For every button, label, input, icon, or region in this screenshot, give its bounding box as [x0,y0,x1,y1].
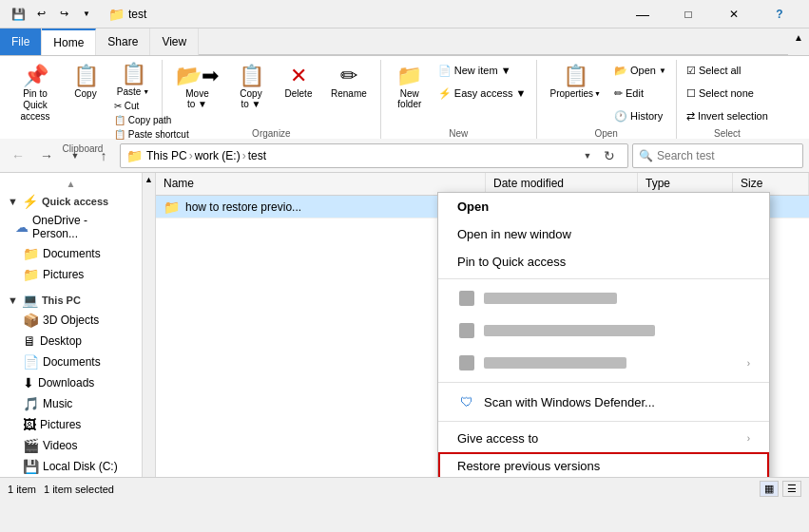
this-pc-chevron[interactable]: ▼ [8,294,18,306]
qat-redo[interactable]: ↪ [53,6,74,23]
tab-share[interactable]: Share [96,28,150,55]
col-name[interactable]: Name [156,173,486,195]
recent-button[interactable]: ▼ [63,143,87,168]
ctx-restore-label: Restore previous versions [457,459,600,473]
organize-items: 📂➡ Moveto ▼ 📋 Copyto ▼ ✕ Delete ✏ Rename [168,60,375,126]
back-button[interactable]: ← [6,143,30,168]
forward-button[interactable]: → [34,143,59,168]
ctx-open-new-window-label: Open in new window [457,227,571,241]
tab-file[interactable]: File [0,28,42,55]
ctx-blurred-3[interactable]: › [438,347,769,379]
ctx-give-access-arrow: › [747,433,750,444]
ctx-blurred-3-left [457,353,626,372]
help-button[interactable]: ? [758,0,801,28]
invert-icon: ⇄ [686,110,695,123]
ctx-blurred-1-left [457,289,617,308]
close-button[interactable]: ✕ [712,0,756,28]
delete-button[interactable]: ✕ Delete [276,60,321,103]
quick-access-label: Quick access [42,196,108,207]
search-input[interactable] [657,149,799,162]
copy-button[interactable]: 📋 Copy [63,60,108,103]
file-name-1: 📁 how to restore previo... [156,198,486,217]
breadcrumb-work-e[interactable]: work (E:) [195,149,241,162]
sidebar-item-music[interactable]: 🎵 Music [0,393,142,414]
quick-access-chevron[interactable]: ▼ [8,196,18,207]
ctx-pin-quick-access[interactable]: Pin to Quick access [438,248,769,276]
ctx-open[interactable]: Open [438,193,769,220]
ribbon-collapse[interactable]: ▲ [788,28,809,46]
delete-icon: ✕ [290,64,307,88]
select-items: ☑ Select all ☐ Select none ⇄ Invert sele… [683,60,772,126]
breadcrumb-this-pc[interactable]: This PC [146,149,187,162]
paste-button[interactable]: 📋 Paste▼ [110,60,156,99]
select-none-icon: ☐ [686,87,696,100]
minimize-button[interactable]: — [621,0,665,28]
ctx-blurred-2[interactable] [438,314,769,347]
sidebar-item-3d-objects[interactable]: 📦 3D Objects [0,310,142,331]
history-button[interactable]: 🕐 History [610,105,670,126]
maximize-button[interactable]: □ [666,0,710,28]
sidebar-item-pictures[interactable]: 📁 Pictures [0,264,142,285]
invert-label: Invert selection [698,110,768,122]
address-bar[interactable]: 📁 This PC › work (E:) › test ▼ ↻ [120,143,628,168]
ctx-open-new-window[interactable]: Open in new window [438,220,769,248]
copy-path-option[interactable]: 📋 Copy path [114,113,152,127]
open-button[interactable]: 📂 Open ▼ [610,60,670,81]
breadcrumb-test[interactable]: test [248,149,266,162]
history-icon: 🕐 [614,110,627,123]
sidebar-item-desktop[interactable]: 🖥 Desktop [0,331,142,352]
move-to-button[interactable]: 📂➡ Moveto ▼ [168,60,226,113]
select-all-button[interactable]: ☑ Select all [683,60,772,81]
ctx-restore-versions[interactable]: Restore previous versions [438,452,769,477]
sidebar-item-onedrive[interactable]: ☁ OneDrive - Person... [0,211,142,243]
context-menu: Open Open in new window Pin to Quick acc… [437,192,770,477]
select-none-button[interactable]: ☐ Select none [683,83,772,104]
sidebar-item-documents[interactable]: 📁 Documents [0,243,142,264]
paste-shortcut-option[interactable]: 📋 Paste shortcut [114,127,152,142]
address-path: This PC › work (E:) › test [146,149,266,162]
file-list-scroll-up[interactable]: ▲ [144,173,153,184]
sidebar-scroll-up[interactable]: ▲ [0,177,142,190]
invert-selection-button[interactable]: ⇄ Invert selection [683,105,772,126]
rename-label: Rename [331,88,367,99]
ctx-blurred-3-arrow: › [747,358,750,369]
new-folder-button[interactable]: 📁 Newfolder [387,60,433,113]
paste-submenu[interactable]: ✂ Cut 📋 Copy path 📋 Paste shortcut [110,99,156,142]
tab-home[interactable]: Home [42,28,96,55]
sidebar-item-downloads[interactable]: ⬇ Downloads [0,372,142,393]
edit-button[interactable]: ✏ Edit [610,83,670,104]
status-info: 1 item 1 item selected [8,484,114,495]
properties-button[interactable]: 📋 Properties▼ [543,60,609,103]
ctx-blurred-1[interactable] [438,282,769,314]
ribbon-tabs: File Home Share View ▲ [0,28,809,55]
file-list-area: ▲ Name Date modified Type Size 📁 how to … [143,173,809,477]
new-item-button[interactable]: 📄 New item ▼ [434,60,530,81]
address-dropdown[interactable]: ▼ [580,148,595,163]
easy-access-button[interactable]: ⚡ Easy access ▼ [434,83,530,104]
copy-to-button[interactable]: 📋 Copyto ▼ [228,60,274,113]
qat-undo[interactable]: ↩ [30,6,51,23]
qat-dropdown[interactable]: ▼ [76,6,97,23]
cut-option[interactable]: ✂ Cut [114,99,152,113]
view-grid-button[interactable]: ▦ [760,481,779,497]
tab-view[interactable]: View [150,28,199,55]
qat-save[interactable]: 💾 [8,6,29,23]
sidebar: ▲ ▼ ⚡ Quick access ☁ OneDrive - Person..… [0,173,143,477]
pin-to-quick-access-button[interactable]: 📌 Pin to Quickaccess [10,60,61,126]
easy-access-icon: ⚡ [438,87,452,100]
rename-button[interactable]: ✏ Rename [323,60,375,103]
sidebar-item-local-disk-c[interactable]: 💾 Local Disk (C:) [0,456,142,477]
sidebar-item-pictures2[interactable]: 🖼 Pictures [0,414,142,435]
cut-label: Cut [125,101,140,111]
up-button[interactable]: ↑ [91,143,116,168]
sidebar-item-videos[interactable]: 🎬 Videos [0,435,142,456]
paste-icon: 📋 [121,62,146,86]
copy-label: Copy [74,88,96,99]
refresh-button[interactable]: ↻ [597,143,622,168]
search-bar[interactable]: 🔍 [632,143,803,168]
onedrive-label: OneDrive - Person... [32,214,134,240]
view-list-button[interactable]: ☰ [782,481,801,497]
ctx-scan-defender[interactable]: 🛡 Scan with Windows Defender... [438,386,769,418]
ctx-give-access[interactable]: Give access to › [438,425,769,452]
sidebar-item-documents2[interactable]: 📄 Documents [0,352,142,372]
